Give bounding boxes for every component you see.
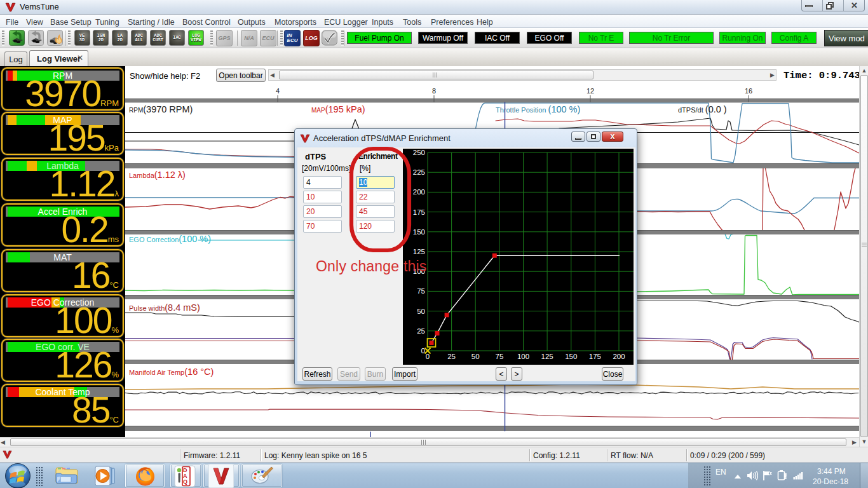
svg-text:RPM(3970 RPM): RPM(3970 RPM) [129, 104, 193, 114]
svg-text:Q: Q [183, 478, 187, 485]
svg-text:200: 200 [413, 188, 425, 196]
svg-text:Pulse width(8.4 mS): Pulse width(8.4 mS) [129, 302, 200, 313]
svg-text:150: 150 [565, 353, 577, 360]
svg-text:Manifold Air Temp(16 °C): Manifold Air Temp(16 °C) [129, 367, 214, 377]
svg-text:100: 100 [517, 353, 529, 360]
svg-text:EGO Correction(100 %): EGO Correction(100 %) [129, 234, 211, 244]
svg-text:25: 25 [417, 327, 425, 335]
svg-text:125: 125 [413, 248, 425, 255]
svg-text:Lambda(1.12 λ): Lambda(1.12 λ) [129, 170, 186, 180]
svg-text:MAP(195 kPa): MAP(195 kPa) [311, 104, 365, 114]
svg-text:175: 175 [589, 353, 601, 360]
svg-text:25: 25 [447, 353, 456, 360]
svg-text:175: 175 [413, 208, 425, 216]
svg-text:4: 4 [276, 87, 280, 95]
svg-text:225: 225 [413, 168, 425, 176]
svg-text:Throttle Position (100 %): Throttle Position (100 %) [496, 104, 580, 114]
svg-text:125: 125 [541, 353, 553, 360]
svg-text:dTPS/dt (0.0 ): dTPS/dt (0.0 ) [678, 104, 727, 114]
svg-text:0: 0 [426, 353, 430, 360]
svg-text:12: 12 [587, 87, 594, 95]
svg-text:75: 75 [417, 287, 425, 295]
svg-text:250: 250 [413, 149, 425, 156]
svg-text:50: 50 [417, 308, 425, 315]
svg-text:150: 150 [413, 228, 425, 236]
svg-text:8: 8 [432, 87, 436, 95]
svg-text:75: 75 [496, 353, 504, 360]
svg-text:50: 50 [471, 353, 480, 360]
svg-text:0: 0 [421, 347, 425, 355]
svg-text:200: 200 [613, 353, 625, 360]
svg-text:16: 16 [745, 87, 752, 95]
